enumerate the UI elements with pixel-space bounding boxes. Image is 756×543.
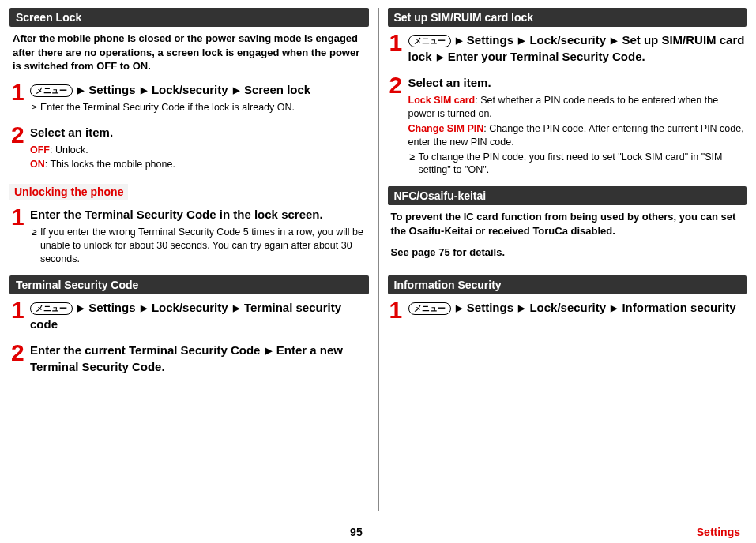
nfc-para1: To prevent the IC card function from bei… (388, 210, 747, 245)
screen-lock-step2: 2 Select an item. OFF: Unlock. ON: This … (9, 124, 369, 174)
footer-section-label: Settings (697, 526, 740, 538)
page-number: 95 (350, 526, 363, 538)
option-off-text: : Unlock. (50, 144, 88, 155)
step-number: 2 (389, 74, 408, 180)
terminal-step2: 2 Enter the current Terminal Security Co… (9, 342, 369, 378)
unlock-step1: 1 Enter the Terminal Security Code in th… (9, 206, 369, 269)
arrow-icon: ▶ (141, 84, 147, 96)
sim-step1: 1 メニュー ▶ Settings ▶ Lock/security ▶ Set … (388, 32, 747, 68)
option-on-text: : This locks the mobile phone. (45, 159, 175, 170)
bullet-icon: ≥ (32, 101, 37, 114)
step-note: Enter the Terminal Security Code if the … (40, 101, 295, 114)
column-divider (378, 8, 379, 511)
path-segment: Screen lock (244, 83, 310, 96)
arrow-icon: ▶ (265, 345, 272, 357)
step-number: 2 (11, 124, 30, 174)
path-segment: Enter your Terminal Security Code. (448, 50, 645, 63)
section-header-sim-lock: Set up SIM/RUIM card lock (388, 8, 747, 27)
path-segment: Lock/security (152, 301, 228, 314)
option-off-label: OFF (30, 144, 50, 155)
option-lock-sim-label: Lock SIM card (408, 95, 476, 106)
bullet-icon: ≥ (410, 151, 416, 178)
menu-icon: メニュー (30, 84, 73, 97)
arrow-icon: ▶ (77, 302, 84, 314)
option-change-pin-label: Change SIM PIN (408, 123, 484, 134)
sim-step2: 2 Select an item. Lock SIM card: Set whe… (388, 74, 747, 180)
screen-lock-intro: After the mobile phone is closed or the … (9, 32, 369, 81)
screen-lock-step1: 1 メニュー ▶ Settings ▶ Lock/security ▶ Scre… (9, 81, 369, 118)
option-on-label: ON (30, 159, 45, 170)
step-note: To change the PIN code, you first need t… (418, 151, 745, 178)
infosec-step1: 1 メニュー ▶ Settings ▶ Lock/security ▶ Info… (388, 299, 747, 320)
section-header-nfc: NFC/Osaifu-keitai (388, 186, 747, 205)
arrow-icon: ▶ (611, 302, 617, 314)
arrow-icon: ▶ (437, 51, 443, 63)
menu-icon: メニュー (30, 302, 73, 315)
path-segment: Information security (622, 301, 735, 314)
menu-icon: メニュー (408, 35, 451, 47)
path-segment: Settings (88, 301, 135, 314)
step-number: 1 (389, 299, 408, 320)
step-title-a: Enter the current Terminal Security Code (30, 343, 260, 357)
step-title: Enter the Terminal Security Code in the … (30, 206, 367, 223)
arrow-icon: ▶ (233, 84, 239, 96)
step-number: 1 (11, 206, 30, 269)
left-column: Screen Lock After the mobile phone is cl… (9, 8, 369, 384)
arrow-icon: ▶ (141, 302, 147, 314)
path-segment: Lock/security (152, 83, 228, 96)
subheading-unlocking: Unlocking the phone (9, 184, 128, 200)
path-segment: Lock/security (529, 33, 606, 47)
bullet-icon: ≥ (32, 226, 37, 266)
path-segment: Settings (467, 33, 513, 47)
step-number: 2 (11, 342, 30, 378)
path-segment: Settings (88, 83, 135, 96)
arrow-icon: ▶ (233, 302, 239, 314)
step-title: Select an item. (408, 74, 746, 91)
arrow-icon: ▶ (611, 35, 617, 47)
section-header-info-security: Information Security (388, 275, 747, 294)
section-header-terminal-code: Terminal Security Code (9, 275, 369, 294)
arrow-icon: ▶ (518, 302, 525, 314)
step-title: Select an item. (30, 124, 367, 140)
arrow-icon: ▶ (456, 302, 462, 314)
nfc-para2: See page 75 for details. (388, 245, 747, 268)
step-number: 1 (11, 81, 30, 118)
section-header-screen-lock: Screen Lock (9, 8, 369, 27)
menu-icon: メニュー (408, 302, 451, 315)
step-number: 1 (389, 32, 408, 68)
arrow-icon: ▶ (518, 35, 525, 47)
step-note: If you enter the wrong Terminal Security… (40, 226, 367, 266)
path-segment: Settings (467, 301, 513, 314)
arrow-icon: ▶ (456, 35, 462, 47)
arrow-icon: ▶ (77, 84, 84, 96)
right-column: Set up SIM/RUIM card lock 1 メニュー ▶ Setti… (388, 8, 747, 384)
step-number: 1 (11, 299, 30, 335)
footer: 95 Settings (0, 526, 756, 538)
terminal-step1: 1 メニュー ▶ Settings ▶ Lock/security ▶ Term… (9, 299, 369, 335)
path-segment: Lock/security (529, 301, 606, 314)
